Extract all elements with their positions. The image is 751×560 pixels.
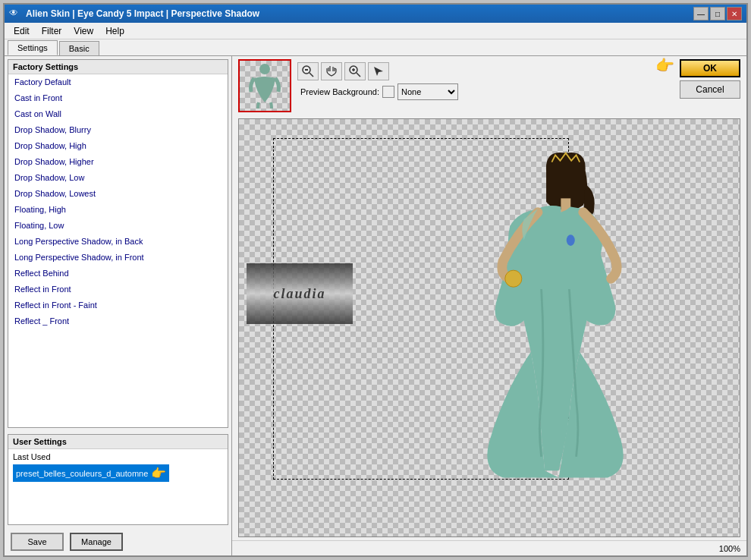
preview-bg-label: Preview Background: xyxy=(300,87,379,96)
preset-name: preset_belles_couleurs_d_automne xyxy=(16,469,148,478)
user-settings-body: Last Used preset_belles_couleurs_d_autom… xyxy=(8,449,228,524)
tool-zoom-btn[interactable] xyxy=(344,62,366,80)
menu-edit[interactable]: Edit xyxy=(8,24,36,38)
list-item-reflect-behind[interactable]: Reflect Behind xyxy=(8,266,228,282)
svg-rect-3 xyxy=(305,69,308,71)
figure-preview xyxy=(416,149,659,499)
user-settings-container: User Settings Last Used preset_belles_co… xyxy=(8,434,228,525)
left-panel: Factory Settings Factory Default Cast in… xyxy=(5,56,232,555)
list-item-drop-low[interactable]: Drop Shadow, Low xyxy=(8,170,228,186)
list-item-cast-wall[interactable]: Cast on Wall xyxy=(8,106,228,122)
thumbnail-preview xyxy=(240,61,290,111)
ok-cancel-area: 👉 OK Cancel xyxy=(680,59,740,99)
user-settings-header: User Settings xyxy=(8,435,228,449)
list-item-long-back[interactable]: Long Perspective Shadow, in Back xyxy=(8,234,228,250)
tool-hand-btn[interactable] xyxy=(321,62,342,80)
list-item-reflect-front-faint[interactable]: Reflect in Front - Faint xyxy=(8,297,228,313)
toolbar-row xyxy=(297,62,458,80)
tool-select-btn[interactable] xyxy=(297,62,319,80)
list-item-long-front[interactable]: Long Perspective Shadow, in Front xyxy=(8,250,228,266)
main-window: 👁 Alien Skin | Eye Candy 5 Impact | Pers… xyxy=(3,3,748,557)
svg-line-2 xyxy=(310,73,313,77)
bottom-buttons: Save Manage xyxy=(5,528,231,555)
bg-color-swatch xyxy=(382,86,394,98)
ok-hand-icon: 👉 xyxy=(655,56,674,74)
list-item-reflect-front[interactable]: Reflect in Front xyxy=(8,282,228,297)
svg-line-5 xyxy=(357,73,360,77)
menu-bar: Edit Filter View Help xyxy=(5,23,746,39)
list-item-factory-default[interactable]: Factory Default xyxy=(8,74,228,90)
status-bar: 100% xyxy=(232,540,746,555)
svg-point-10 xyxy=(505,270,522,287)
close-button[interactable]: ✕ xyxy=(727,7,742,20)
tab-settings[interactable]: Settings xyxy=(8,40,58,55)
ok-button-wrap: 👉 OK xyxy=(680,59,740,77)
list-item-drop-higher[interactable]: Drop Shadow, Higher xyxy=(8,154,228,170)
title-bar: 👁 Alien Skin | Eye Candy 5 Impact | Pers… xyxy=(5,5,746,23)
menu-view[interactable]: View xyxy=(68,24,99,38)
menu-filter[interactable]: Filter xyxy=(36,24,68,38)
title-buttons: — □ ✕ xyxy=(693,7,742,20)
magnify-icon xyxy=(349,65,361,77)
claudia-preview: claudia xyxy=(247,263,353,324)
last-used-label: Last Used xyxy=(13,452,223,461)
factory-settings-scroll[interactable]: Factory Default Cast in Front Cast on Wa… xyxy=(8,74,228,427)
list-item-drop-blurry[interactable]: Drop Shadow, Blurry xyxy=(8,122,228,138)
preview-bg-row: Preview Background: None White Black Cus… xyxy=(297,83,458,100)
preview-bg-select[interactable]: None White Black Custom xyxy=(397,83,458,100)
top-right-area: Preview Background: None White Black Cus… xyxy=(232,56,746,115)
hand-tool-icon xyxy=(325,65,338,77)
list-item-drop-lowest[interactable]: Drop Shadow, Lowest xyxy=(8,186,228,202)
list-item-reflect-underscore[interactable]: Reflect _ Front xyxy=(8,313,228,329)
minimize-button[interactable]: — xyxy=(693,7,709,20)
manage-button[interactable]: Manage xyxy=(70,533,123,551)
list-item-floating-low[interactable]: Floating, Low xyxy=(8,218,228,234)
zoom-level: 100% xyxy=(719,544,740,553)
thumbnail-box xyxy=(238,59,291,112)
thumbnail-figure-svg xyxy=(247,63,283,109)
right-panel: Preview Background: None White Black Cus… xyxy=(232,56,746,555)
maximize-button[interactable]: □ xyxy=(710,7,725,20)
hand-pointer-icon: 👉 xyxy=(151,466,166,480)
factory-settings-container: Factory Settings Factory Default Cast in… xyxy=(8,59,228,428)
preset-item[interactable]: preset_belles_couleurs_d_automne 👉 xyxy=(13,464,169,482)
factory-settings-header: Factory Settings xyxy=(8,60,228,74)
svg-point-11 xyxy=(567,234,575,246)
list-item-cast-front[interactable]: Cast in Front xyxy=(8,90,228,106)
arrow-tool-icon xyxy=(372,65,385,77)
app-icon: 👁 xyxy=(9,8,21,20)
cancel-button[interactable]: Cancel xyxy=(680,80,740,99)
svg-point-0 xyxy=(259,64,270,74)
woman-figure-svg xyxy=(416,149,659,499)
tabs-bar: Settings Basic xyxy=(5,39,746,56)
menu-help[interactable]: Help xyxy=(99,24,130,38)
list-item-floating-high[interactable]: Floating, High xyxy=(8,202,228,218)
tab-basic[interactable]: Basic xyxy=(59,41,99,55)
main-content: Factory Settings Factory Default Cast in… xyxy=(5,56,746,555)
preview-area[interactable]: claudia xyxy=(238,118,740,537)
zoom-area-icon xyxy=(302,65,314,77)
ok-button[interactable]: OK xyxy=(680,59,740,77)
list-item-drop-high[interactable]: Drop Shadow, High xyxy=(8,138,228,154)
tool-arrow-btn[interactable] xyxy=(368,62,389,80)
save-button[interactable]: Save xyxy=(11,533,64,551)
window-title: Alien Skin | Eye Candy 5 Impact | Perspe… xyxy=(26,8,693,19)
